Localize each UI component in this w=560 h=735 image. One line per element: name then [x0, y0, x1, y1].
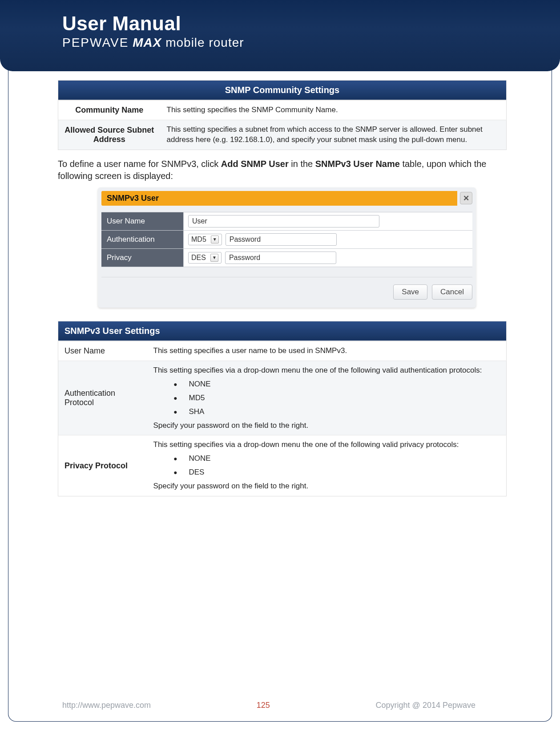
add-snmp-user-paragraph: To define a user name for SNMPv3, click … — [58, 158, 507, 182]
priv-protocol-outro: Specify your password on the field to th… — [153, 481, 500, 491]
priv-row-label: Privacy — [101, 249, 184, 267]
page-footer: http://www.pepwave.com 125 Copyright @ 2… — [0, 701, 560, 710]
list-item: NONE — [174, 378, 500, 391]
footer-copyright: Copyright @ 2014 Pepwave — [376, 701, 475, 710]
auth-protocol-options: NONE MD5 SHA — [153, 376, 500, 421]
para-pre: To define a user name for SNMPv3, click — [58, 159, 221, 169]
user-name-label: User Name — [58, 341, 147, 361]
dialog-title: SNMPv3 User — [101, 191, 457, 206]
priv-password-input[interactable]: Password — [225, 252, 336, 264]
list-item: MD5 — [174, 391, 500, 405]
product-name: mobile router — [165, 36, 244, 49]
doc-subtitle: PEPWAVE MAX mobile router — [62, 36, 560, 50]
chevron-down-icon: ▼ — [210, 254, 218, 262]
priv-select[interactable]: DES ▼ — [188, 252, 222, 264]
close-icon[interactable]: ✕ — [460, 192, 472, 204]
auth-protocol-desc: This setting specifies via a drop-down m… — [147, 361, 507, 435]
snmp-community-settings-table: SNMP Community Settings — [58, 80, 507, 100]
para-bold-2: SNMPv3 User Name — [315, 159, 400, 169]
community-table-title: SNMP Community Settings — [58, 81, 507, 100]
para-mid: in the — [289, 159, 315, 169]
auth-protocol-label: Authentication Protocol — [58, 361, 147, 435]
auth-select-value: MD5 — [191, 236, 206, 244]
auth-protocol-intro: This setting specifies via a drop-down m… — [153, 365, 500, 376]
allowed-source-label: Allowed Source Subnet Address — [58, 120, 161, 150]
user-settings-title: SNMPv3 User Settings — [58, 321, 507, 341]
username-row-label: User Name — [101, 212, 184, 230]
priv-protocol-desc: This setting specifies via a drop-down m… — [147, 435, 507, 496]
doc-title: User Manual — [62, 12, 560, 35]
priv-protocol-intro: This setting specifies via a drop-down m… — [153, 440, 500, 450]
username-input[interactable]: User — [188, 215, 379, 227]
auth-select[interactable]: MD5 ▼ — [188, 234, 222, 245]
doc-header: User Manual PEPWAVE MAX mobile router — [0, 0, 560, 71]
community-name-desc: This setting specifies the SNMP Communit… — [161, 101, 507, 120]
para-bold-1: Add SNMP User — [221, 159, 289, 169]
priv-select-value: DES — [191, 254, 206, 262]
auth-password-input[interactable]: Password — [226, 233, 337, 246]
community-name-label: Community Name — [58, 101, 161, 120]
page-content: SNMP Community Settings Community Name T… — [0, 71, 560, 496]
list-item: SHA — [174, 405, 500, 419]
auth-row-label: Authentication — [101, 231, 184, 248]
priv-protocol-options: NONE DES — [153, 450, 500, 481]
snmpv3-user-settings-table: SNMPv3 User Settings — [58, 321, 507, 341]
brand-name: PEPWAVE — [62, 36, 129, 49]
priv-protocol-label: Privacy Protocol — [58, 435, 147, 496]
auth-protocol-outro: Specify your password on the field to th… — [153, 421, 500, 431]
snmp-community-settings-body: Community Name This setting specifies th… — [58, 100, 507, 150]
list-item: DES — [174, 466, 500, 479]
user-name-desc: This setting specifies a user name to be… — [147, 341, 507, 361]
cancel-button[interactable]: Cancel — [432, 284, 472, 300]
chevron-down-icon: ▼ — [211, 236, 219, 244]
footer-url: http://www.pepwave.com — [62, 701, 151, 710]
model-name: MAX — [133, 36, 161, 49]
allowed-source-desc: This setting specifies a subnet from whi… — [161, 120, 507, 150]
save-button[interactable]: Save — [393, 284, 427, 300]
snmpv3-user-dialog: SNMPv3 User ✕ User Name User Authenticat… — [98, 187, 476, 308]
footer-page: 125 — [257, 701, 270, 710]
list-item: NONE — [174, 452, 500, 466]
snmpv3-user-settings-body: User Name This setting specifies a user … — [58, 341, 507, 496]
